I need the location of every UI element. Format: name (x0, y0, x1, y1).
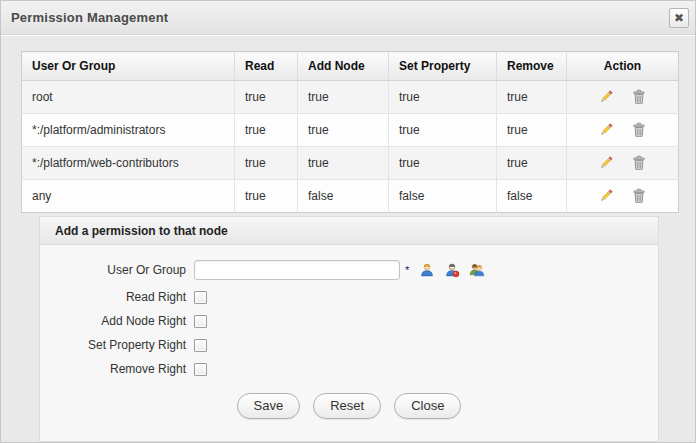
table-row: *:/platform/administrators true true tru… (22, 114, 679, 147)
cell-action (567, 81, 679, 114)
select-group-button[interactable] (469, 262, 485, 278)
pencil-icon (598, 188, 614, 204)
cell-remove: true (497, 81, 567, 114)
cell-add-node: true (298, 147, 389, 180)
cell-remove: true (497, 147, 567, 180)
user-icon (419, 262, 435, 278)
table-row: root true true true true (22, 81, 679, 114)
cell-read: true (235, 114, 298, 147)
delete-permission-button[interactable] (631, 155, 647, 171)
delete-permission-button[interactable] (631, 188, 647, 204)
trash-icon (631, 122, 647, 138)
cell-user-or-group: root (22, 81, 235, 114)
validate-user-button[interactable] (444, 262, 460, 278)
table-header-row: User Or Group Read Add Node Set Property… (22, 52, 679, 81)
trash-icon (631, 89, 647, 105)
set-property-right-checkbox[interactable] (194, 339, 207, 352)
column-header-set-property: Set Property (389, 52, 497, 81)
cell-set-property: true (389, 81, 497, 114)
user-or-group-label: User Or Group (40, 263, 186, 277)
permissions-table: User Or Group Read Add Node Set Property… (21, 51, 679, 213)
remove-right-label: Remove Right (40, 362, 186, 376)
cell-set-property: true (389, 114, 497, 147)
cell-add-node: true (298, 114, 389, 147)
pencil-icon (598, 155, 614, 171)
column-header-action: Action (567, 52, 679, 81)
required-marker: * (405, 264, 409, 276)
read-right-row: Read Right (40, 290, 658, 304)
cell-read: true (235, 180, 298, 213)
user-check-icon (444, 262, 460, 278)
delete-permission-button[interactable] (631, 89, 647, 105)
group-icon (469, 262, 485, 278)
cell-user-or-group: *:/platform/administrators (22, 114, 235, 147)
column-header-remove: Remove (497, 52, 567, 81)
user-or-group-row: User Or Group * (40, 260, 658, 280)
picker-icons (419, 262, 485, 278)
column-header-user-or-group: User Or Group (22, 52, 235, 81)
cell-remove: false (497, 180, 567, 213)
dialog-titlebar: Permission Management (1, 1, 695, 35)
close-button-bottom[interactable]: Close (394, 393, 461, 419)
remove-right-row: Remove Right (40, 362, 658, 376)
cell-action (567, 147, 679, 180)
page-title: Permission Management (11, 10, 168, 25)
remove-right-checkbox[interactable] (194, 363, 207, 376)
cell-action (567, 180, 679, 213)
close-icon: ✖ (674, 12, 684, 24)
cell-set-property: true (389, 147, 497, 180)
user-or-group-input[interactable] (194, 260, 400, 280)
trash-icon (631, 188, 647, 204)
delete-permission-button[interactable] (631, 122, 647, 138)
cell-action (567, 114, 679, 147)
pencil-icon (598, 122, 614, 138)
add-node-right-row: Add Node Right (40, 314, 658, 328)
read-right-checkbox[interactable] (194, 291, 207, 304)
edit-permission-button[interactable] (598, 122, 614, 138)
permission-management-dialog: Permission Management ✖ User Or Group Re… (0, 0, 696, 443)
pencil-icon (598, 89, 614, 105)
cell-user-or-group: any (22, 180, 235, 213)
close-button[interactable]: ✖ (669, 8, 689, 28)
trash-icon (631, 155, 647, 171)
cell-set-property: false (389, 180, 497, 213)
set-property-right-row: Set Property Right (40, 338, 658, 352)
cell-add-node: true (298, 81, 389, 114)
cell-add-node: false (298, 180, 389, 213)
select-user-button[interactable] (419, 262, 435, 278)
cell-remove: true (497, 114, 567, 147)
cell-read: true (235, 147, 298, 180)
cell-user-or-group: *:/platform/web-contributors (22, 147, 235, 180)
add-node-right-checkbox[interactable] (194, 315, 207, 328)
reset-button[interactable]: Reset (313, 393, 381, 419)
add-permission-panel: Add a permission to that node User Or Gr… (39, 216, 659, 442)
column-header-read: Read (235, 52, 298, 81)
panel-header: Add a permission to that node (40, 217, 658, 245)
read-right-label: Read Right (40, 290, 186, 304)
edit-permission-button[interactable] (598, 188, 614, 204)
panel-body: User Or Group * Read Right Add Node Righ… (40, 245, 658, 419)
edit-permission-button[interactable] (598, 89, 614, 105)
set-property-right-label: Set Property Right (40, 338, 186, 352)
panel-title: Add a permission to that node (55, 224, 228, 238)
save-button[interactable]: Save (237, 393, 301, 419)
column-header-add-node: Add Node (298, 52, 389, 81)
table-row: *:/platform/web-contributors true true t… (22, 147, 679, 180)
add-node-right-label: Add Node Right (40, 314, 186, 328)
table-row: any true false false false (22, 180, 679, 213)
edit-permission-button[interactable] (598, 155, 614, 171)
buttons-row: Save Reset Close (40, 393, 658, 419)
cell-read: true (235, 81, 298, 114)
